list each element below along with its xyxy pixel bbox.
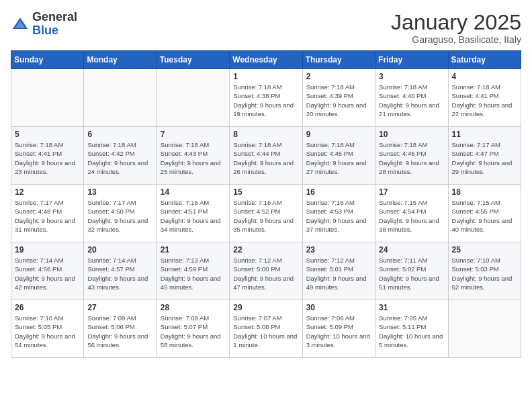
header-cell-sunday: Sunday [11,51,84,69]
day-number: 11 [452,130,517,139]
calendar-cell: 6Sunrise: 7:18 AM Sunset: 4:42 PM Daylig… [84,127,157,185]
calendar-cell: 25Sunrise: 7:10 AM Sunset: 5:03 PM Dayli… [448,242,521,300]
day-info: Sunrise: 7:18 AM Sunset: 4:46 PM Dayligh… [379,140,444,176]
day-info: Sunrise: 7:13 AM Sunset: 4:59 PM Dayligh… [161,256,226,291]
calendar-cell: 4Sunrise: 7:18 AM Sunset: 4:41 PM Daylig… [448,69,521,127]
day-info: Sunrise: 7:06 AM Sunset: 5:09 PM Dayligh… [306,314,371,349]
calendar-cell: 20Sunrise: 7:14 AM Sunset: 4:57 PM Dayli… [84,242,157,300]
calendar-cell: 26Sunrise: 7:10 AM Sunset: 5:05 PM Dayli… [11,300,84,358]
calendar-cell: 21Sunrise: 7:13 AM Sunset: 4:59 PM Dayli… [157,242,229,300]
day-number: 2 [306,72,371,81]
day-number: 5 [15,130,80,139]
day-info: Sunrise: 7:16 AM Sunset: 4:52 PM Dayligh… [233,198,298,234]
day-number: 4 [452,72,517,81]
calendar-cell [448,300,521,358]
day-info: Sunrise: 7:10 AM Sunset: 5:05 PM Dayligh… [15,314,80,349]
day-number: 26 [15,303,80,312]
logo-general: General [32,10,77,24]
day-number: 12 [15,187,80,197]
day-info: Sunrise: 7:09 AM Sunset: 5:06 PM Dayligh… [87,314,152,349]
week-row-3: 12Sunrise: 7:17 AM Sunset: 4:48 PM Dayli… [11,185,521,242]
calendar-title: January 2025 [391,11,521,34]
logo: General Blue [11,11,77,38]
calendar-cell: 5Sunrise: 7:18 AM Sunset: 4:41 PM Daylig… [11,127,84,185]
calendar-header: SundayMondayTuesdayWednesdayThursdayFrid… [11,51,521,69]
calendar-cell: 15Sunrise: 7:16 AM Sunset: 4:52 PM Dayli… [230,185,302,242]
day-info: Sunrise: 7:15 AM Sunset: 4:55 PM Dayligh… [452,198,517,234]
day-number: 29 [233,303,298,312]
day-info: Sunrise: 7:15 AM Sunset: 4:54 PM Dayligh… [379,198,444,234]
calendar-cell: 18Sunrise: 7:15 AM Sunset: 4:55 PM Dayli… [448,185,521,242]
calendar-body: 1Sunrise: 7:18 AM Sunset: 4:38 PM Daylig… [11,69,521,358]
day-info: Sunrise: 7:10 AM Sunset: 5:03 PM Dayligh… [452,256,517,291]
header-row: SundayMondayTuesdayWednesdayThursdayFrid… [11,51,521,69]
day-number: 28 [161,303,226,312]
calendar-cell: 30Sunrise: 7:06 AM Sunset: 5:09 PM Dayli… [302,300,375,358]
day-info: Sunrise: 7:18 AM Sunset: 4:44 PM Dayligh… [233,140,298,176]
day-number: 14 [161,187,226,197]
header-cell-monday: Monday [84,51,157,69]
calendar-cell: 3Sunrise: 7:18 AM Sunset: 4:40 PM Daylig… [375,69,448,127]
day-info: Sunrise: 7:17 AM Sunset: 4:47 PM Dayligh… [452,140,517,176]
day-info: Sunrise: 7:18 AM Sunset: 4:39 PM Dayligh… [306,83,371,118]
calendar-cell: 24Sunrise: 7:11 AM Sunset: 5:02 PM Dayli… [375,242,448,300]
day-number: 31 [379,303,444,312]
day-info: Sunrise: 7:18 AM Sunset: 4:38 PM Dayligh… [233,83,298,118]
calendar-cell: 14Sunrise: 7:16 AM Sunset: 4:51 PM Dayli… [157,185,229,242]
calendar-cell: 12Sunrise: 7:17 AM Sunset: 4:48 PM Dayli… [11,185,84,242]
calendar-cell: 9Sunrise: 7:18 AM Sunset: 4:45 PM Daylig… [302,127,375,185]
day-number: 15 [233,187,298,197]
day-number: 25 [452,245,517,255]
day-info: Sunrise: 7:07 AM Sunset: 5:08 PM Dayligh… [233,314,298,349]
calendar-table: SundayMondayTuesdayWednesdayThursdayFrid… [11,50,521,358]
calendar-cell: 1Sunrise: 7:18 AM Sunset: 4:38 PM Daylig… [230,69,302,127]
day-number: 22 [233,245,298,255]
calendar-cell: 27Sunrise: 7:09 AM Sunset: 5:06 PM Dayli… [84,300,157,358]
week-row-4: 19Sunrise: 7:14 AM Sunset: 4:56 PM Dayli… [11,242,521,300]
day-info: Sunrise: 7:11 AM Sunset: 5:02 PM Dayligh… [379,256,444,291]
calendar-cell: 11Sunrise: 7:17 AM Sunset: 4:47 PM Dayli… [448,127,521,185]
logo-text: General Blue [32,11,77,38]
calendar-cell: 31Sunrise: 7:05 AM Sunset: 5:11 PM Dayli… [375,300,448,358]
header-cell-tuesday: Tuesday [157,51,229,69]
calendar-cell: 2Sunrise: 7:18 AM Sunset: 4:39 PM Daylig… [302,69,375,127]
day-number: 16 [306,187,371,197]
calendar-cell: 17Sunrise: 7:15 AM Sunset: 4:54 PM Dayli… [375,185,448,242]
day-number: 27 [87,303,152,312]
day-number: 21 [161,245,226,255]
calendar-cell: 28Sunrise: 7:08 AM Sunset: 5:07 PM Dayli… [157,300,229,358]
day-number: 1 [233,72,298,81]
title-block: January 2025 Garaguso, Basilicate, Italy [391,11,521,45]
logo-blue: Blue [32,24,58,37]
day-info: Sunrise: 7:18 AM Sunset: 4:42 PM Dayligh… [87,140,152,176]
logo-icon [11,15,30,34]
calendar-cell: 8Sunrise: 7:18 AM Sunset: 4:44 PM Daylig… [230,127,302,185]
day-number: 20 [87,245,152,255]
week-row-5: 26Sunrise: 7:10 AM Sunset: 5:05 PM Dayli… [11,300,521,358]
day-info: Sunrise: 7:08 AM Sunset: 5:07 PM Dayligh… [161,314,226,349]
calendar-cell: 10Sunrise: 7:18 AM Sunset: 4:46 PM Dayli… [375,127,448,185]
week-row-2: 5Sunrise: 7:18 AM Sunset: 4:41 PM Daylig… [11,127,521,185]
day-number: 6 [87,130,152,139]
calendar-cell: 7Sunrise: 7:18 AM Sunset: 4:43 PM Daylig… [157,127,229,185]
day-info: Sunrise: 7:05 AM Sunset: 5:11 PM Dayligh… [379,314,444,349]
calendar-cell: 13Sunrise: 7:17 AM Sunset: 4:50 PM Dayli… [84,185,157,242]
day-number: 7 [161,130,226,139]
day-number: 17 [379,187,444,197]
day-number: 8 [233,130,298,139]
day-info: Sunrise: 7:18 AM Sunset: 4:43 PM Dayligh… [161,140,226,176]
week-row-1: 1Sunrise: 7:18 AM Sunset: 4:38 PM Daylig… [11,69,521,127]
day-info: Sunrise: 7:17 AM Sunset: 4:50 PM Dayligh… [87,198,152,234]
day-info: Sunrise: 7:16 AM Sunset: 4:53 PM Dayligh… [306,198,371,234]
day-number: 18 [452,187,517,197]
day-info: Sunrise: 7:18 AM Sunset: 4:45 PM Dayligh… [306,140,371,176]
header-cell-thursday: Thursday [302,51,375,69]
day-info: Sunrise: 7:12 AM Sunset: 5:01 PM Dayligh… [306,256,371,291]
page-header: General Blue January 2025 Garaguso, Basi… [11,11,521,45]
day-number: 9 [306,130,371,139]
day-info: Sunrise: 7:12 AM Sunset: 5:00 PM Dayligh… [233,256,298,291]
calendar-cell [11,69,84,127]
header-cell-wednesday: Wednesday [230,51,302,69]
day-info: Sunrise: 7:16 AM Sunset: 4:51 PM Dayligh… [161,198,226,234]
day-number: 30 [306,303,371,312]
